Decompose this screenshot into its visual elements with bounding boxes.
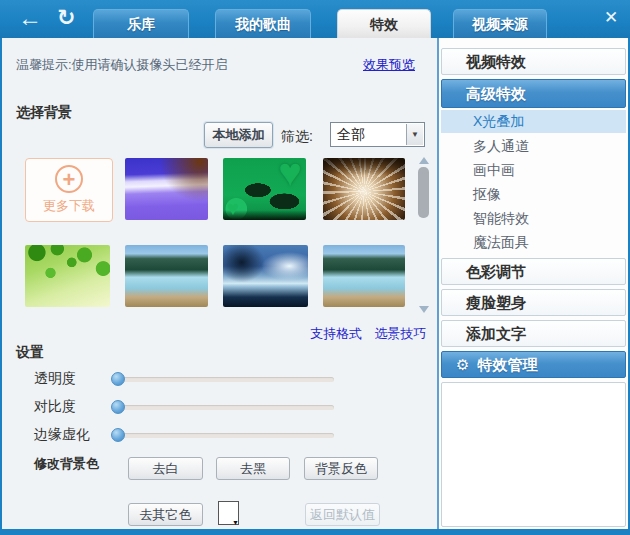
tab-effects[interactable]: 特效 — [337, 9, 431, 38]
sidebar-item-magic-mask[interactable]: 魔法面具 — [441, 231, 626, 254]
title-bar: ← ↻ 乐库 我的歌曲 特效 视频来源 ✕ — [0, 0, 630, 38]
back-icon[interactable]: ← — [18, 4, 42, 32]
contrast-slider-row: 对比度 — [0, 397, 435, 417]
sidebar-header-add-text[interactable]: 添加文字 — [441, 320, 626, 347]
contrast-label: 对比度 — [34, 398, 76, 416]
sidebar-header-color-adjust[interactable]: 色彩调节 — [441, 258, 626, 285]
sidebar-header-advanced-effects[interactable]: 高级特效 — [441, 79, 626, 108]
tab-my-songs[interactable]: 我的歌曲 — [215, 9, 311, 38]
heart-icon: ♥ — [278, 158, 302, 195]
thumbnail-green-leaves[interactable] — [25, 245, 110, 307]
effects-window: ← ↻ 乐库 我的歌曲 特效 视频来源 ✕ 温馨提示:使用请确认摄像头已经开启 … — [0, 0, 630, 535]
heart-icon: ♥ — [227, 197, 239, 220]
sidebar-item-smart-effects[interactable]: 智能特效 — [441, 207, 626, 230]
remove-black-button[interactable]: 去黑 — [216, 457, 290, 480]
sidebar-header-face-slimming[interactable]: 瘦脸塑身 — [441, 289, 626, 316]
remove-other-color-button[interactable]: 去其它色 — [128, 503, 203, 526]
edge-feather-slider[interactable] — [116, 433, 334, 438]
sidebar-empty-panel — [441, 382, 626, 527]
local-add-button[interactable]: 本地添加 — [204, 122, 273, 148]
sidebar-item-picture-in-picture[interactable]: 画中画 — [441, 159, 626, 182]
sidebar-item-xray-overlay[interactable]: X光叠加 — [441, 110, 626, 133]
thumbnail-waterfall-purple[interactable] — [125, 158, 208, 220]
thumbnail-hearts-green[interactable]: ♥ ♥ — [223, 158, 306, 220]
edge-feather-label: 边缘虚化 — [34, 426, 90, 444]
choose-background-title: 选择背景 — [16, 104, 72, 122]
tab-music-library[interactable]: 乐库 — [93, 9, 189, 38]
gear-icon: ⚙ — [456, 352, 469, 377]
scene-tips-link[interactable]: 选景技巧 — [374, 326, 426, 341]
scrollbar-thumb[interactable] — [418, 167, 429, 218]
sidebar-header-effects-manager[interactable]: ⚙ 特效管理 — [441, 351, 626, 378]
more-downloads-label: 更多下载 — [43, 197, 95, 215]
chevron-down-icon[interactable]: ▼ — [406, 124, 423, 145]
chevron-down-icon: ▼ — [232, 519, 239, 526]
invert-background-button[interactable]: 背景反色 — [304, 457, 378, 480]
settings-title: 设置 — [16, 344, 44, 362]
sidebar-item-multi-channel[interactable]: 多人通道 — [441, 135, 626, 158]
modify-bg-color-label: 修改背景色 — [34, 455, 99, 473]
thumbnail-lake-trees-2[interactable] — [323, 245, 405, 307]
edge-feather-slider-row: 边缘虚化 — [0, 425, 435, 445]
transparency-label: 透明度 — [34, 370, 76, 388]
color-swatch[interactable]: ▼ — [218, 501, 239, 525]
thumbnail-lake-trees[interactable] — [125, 245, 208, 307]
tab-video-source[interactable]: 视频来源 — [453, 9, 547, 38]
effect-preview-link[interactable]: 效果预览 — [363, 56, 415, 74]
thumbnail-radial-blur[interactable] — [323, 158, 405, 220]
plus-circle-icon: + — [55, 165, 83, 193]
sidebar-header-video-effects[interactable]: 视频特效 — [441, 48, 626, 75]
camera-tip-text: 温馨提示:使用请确认摄像头已经开启 — [16, 56, 228, 74]
slider-knob[interactable] — [111, 428, 125, 442]
reset-default-button[interactable]: 返回默认值 — [305, 503, 380, 526]
remove-white-button[interactable]: 去白 — [128, 457, 203, 480]
transparency-slider[interactable] — [116, 377, 334, 382]
filter-label: 筛选: — [281, 128, 313, 146]
more-downloads-card[interactable]: + 更多下载 — [25, 158, 113, 222]
filter-dropdown[interactable]: 全部 ▼ — [330, 122, 425, 147]
scroll-down-icon[interactable] — [419, 306, 429, 313]
refresh-icon[interactable]: ↻ — [57, 5, 75, 31]
slider-knob[interactable] — [111, 400, 125, 414]
scroll-up-icon[interactable] — [419, 157, 429, 164]
contrast-slider[interactable] — [116, 405, 334, 410]
transparency-slider-row: 透明度 — [0, 369, 435, 389]
slider-knob[interactable] — [111, 372, 125, 386]
close-icon[interactable]: ✕ — [604, 7, 618, 28]
effects-manager-label: 特效管理 — [477, 352, 537, 377]
filter-selected-value: 全部 — [337, 126, 365, 144]
support-links: 支持格式 选景技巧 — [302, 324, 426, 343]
sidebar-item-keying[interactable]: 抠像 — [441, 183, 626, 206]
thumbnail-palm-night[interactable] — [223, 245, 308, 307]
supported-formats-link[interactable]: 支持格式 — [310, 326, 362, 341]
